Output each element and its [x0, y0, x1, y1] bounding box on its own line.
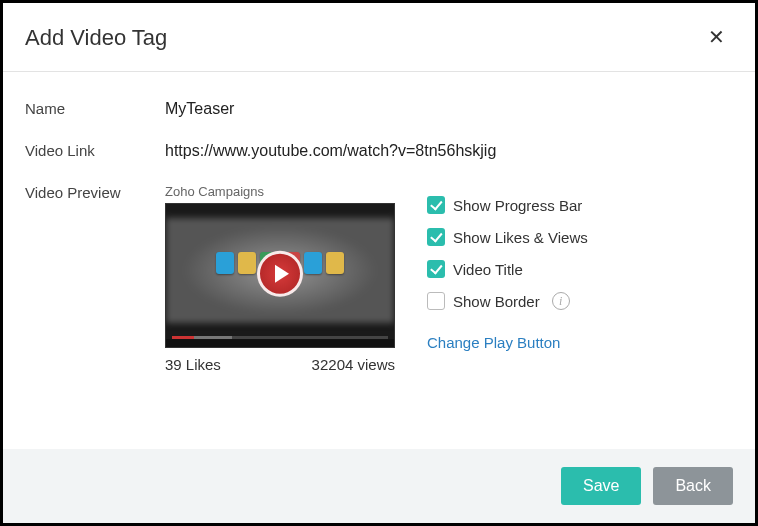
video-stats: 39 Likes 32204 views [165, 356, 395, 373]
back-button[interactable]: Back [653, 467, 733, 505]
play-icon[interactable] [257, 250, 303, 296]
option-progress-bar[interactable]: Show Progress Bar [427, 196, 588, 214]
dialog-header: Add Video Tag ✕ [3, 3, 755, 72]
option-label: Show Progress Bar [453, 197, 582, 214]
close-icon[interactable]: ✕ [704, 25, 729, 49]
likes-text: 39 Likes [165, 356, 221, 373]
preview-label: Video Preview [25, 184, 165, 201]
dialog-title: Add Video Tag [25, 25, 167, 51]
row-link: Video Link https://www.youtube.com/watch… [25, 142, 733, 160]
preview-column: Zoho Campaigns [165, 184, 395, 373]
preview-options: Show Progress Bar Show Likes & Views Vid… [427, 184, 588, 373]
save-button[interactable]: Save [561, 467, 641, 505]
link-label: Video Link [25, 142, 165, 159]
option-label: Show Likes & Views [453, 229, 588, 246]
views-text: 32204 views [312, 356, 395, 373]
checkbox-icon[interactable] [427, 292, 445, 310]
option-video-title[interactable]: Video Title [427, 260, 588, 278]
dialog-body: Name MyTeaser Video Link https://www.you… [3, 72, 755, 449]
option-show-border[interactable]: Show Border i [427, 292, 588, 310]
option-label: Show Border [453, 293, 540, 310]
preview-source-title: Zoho Campaigns [165, 184, 395, 199]
dialog-footer: Save Back [3, 449, 755, 523]
checkbox-icon[interactable] [427, 228, 445, 246]
video-thumbnail[interactable] [165, 203, 395, 348]
row-preview: Video Preview Zoho Campaigns [25, 184, 733, 373]
link-value: https://www.youtube.com/watch?v=8tn56hsk… [165, 142, 733, 160]
option-likes-views[interactable]: Show Likes & Views [427, 228, 588, 246]
row-name: Name MyTeaser [25, 100, 733, 118]
info-icon[interactable]: i [552, 292, 570, 310]
name-value: MyTeaser [165, 100, 733, 118]
checkbox-icon[interactable] [427, 196, 445, 214]
option-label: Video Title [453, 261, 523, 278]
checkbox-icon[interactable] [427, 260, 445, 278]
name-label: Name [25, 100, 165, 117]
change-play-button-link[interactable]: Change Play Button [427, 334, 560, 351]
